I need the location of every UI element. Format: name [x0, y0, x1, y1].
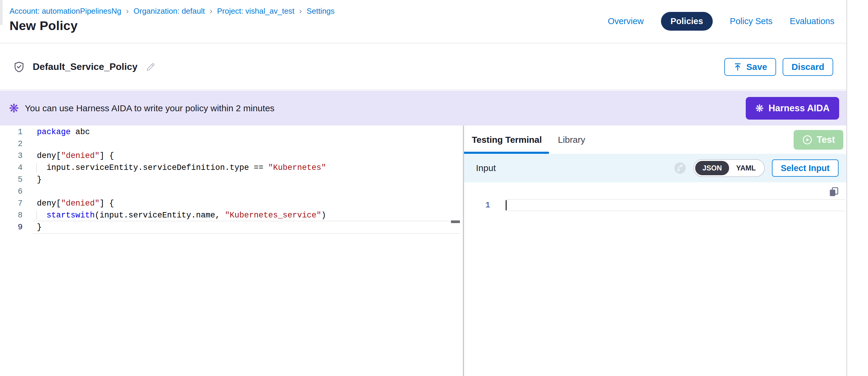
test-button[interactable]: Test [794, 130, 843, 150]
git-branch-icon [674, 162, 686, 174]
breadcrumb-separator-icon: › [299, 6, 302, 16]
breadcrumb-item[interactable]: Organization: default [133, 6, 205, 16]
upload-icon [733, 62, 742, 71]
breadcrumb-separator-icon: › [210, 6, 212, 16]
breadcrumb: Account: automationPipelinesNg›Organizat… [9, 6, 335, 16]
line-number: 4 [0, 162, 23, 174]
input-current-line-highlight [505, 199, 845, 211]
text-cursor [506, 200, 506, 210]
breadcrumb-item[interactable]: Account: automationPipelinesNg [9, 6, 121, 16]
policy-code-editor[interactable]: 1package abc23deny["denied"] {4 input.se… [0, 126, 463, 376]
edit-pencil-icon[interactable] [145, 62, 156, 72]
save-button-label: Save [746, 62, 767, 72]
aida-flower-icon: ❋ [9, 102, 19, 114]
shield-check-icon [13, 61, 25, 73]
page-title: New Policy [9, 19, 78, 33]
overview-ruler-cursor-mark [451, 220, 460, 223]
discard-button[interactable]: Discard [783, 58, 833, 76]
line-number: 7 [0, 197, 23, 210]
input-line-number: 1 [464, 199, 490, 211]
policy-name: Default_Service_Policy [33, 61, 137, 72]
policy-toolbar: Default_Service_Policy Save [0, 44, 846, 90]
code-text: package abc [37, 126, 90, 138]
tab-evaluations[interactable]: Evaluations [790, 17, 834, 26]
line-number: 6 [0, 186, 23, 197]
testing-terminal-panel: Testing Terminal Library Test Input [464, 126, 846, 376]
breadcrumb-separator-icon: › [126, 6, 129, 16]
save-button[interactable]: Save [724, 58, 776, 76]
discard-button-label: Discard [792, 62, 824, 72]
tab-policy-sets[interactable]: Policy Sets [730, 17, 773, 26]
policy-actions: Save Discard [724, 58, 833, 76]
workspace: 1package abc23deny["denied"] {4 input.se… [0, 126, 846, 376]
code-line[interactable]: 4 input.serviceEntity.serviceDefinition.… [0, 162, 463, 174]
tab-library[interactable]: Library [558, 135, 585, 145]
format-option-yaml[interactable]: YAML [729, 161, 763, 175]
select-input-button[interactable]: Select Input [772, 159, 839, 177]
code-line[interactable]: 5} [0, 174, 463, 186]
code-text: deny["denied"] { [37, 150, 114, 162]
input-editor[interactable]: 1 [464, 182, 846, 376]
line-number: 5 [0, 174, 23, 186]
copy-icon[interactable] [828, 186, 840, 198]
code-text: startswith(input.serviceEntity.name, "Ku… [37, 210, 326, 221]
code-text: input.serviceEntity.serviceDefinition.ty… [37, 162, 326, 174]
breadcrumb-item[interactable]: Project: vishal_av_test [217, 6, 294, 16]
format-toggle: JSONYAML [693, 159, 765, 177]
tab-testing-terminal[interactable]: Testing Terminal [472, 135, 542, 145]
input-header: Input JSONYAML Select Input [464, 154, 846, 182]
line-number: 1 [0, 126, 23, 138]
code-text: } [37, 174, 42, 186]
active-tab-underline [464, 152, 549, 154]
module-tabs: OverviewPoliciesPolicy SetsEvaluations [608, 11, 834, 32]
input-header-controls: JSONYAML Select Input [674, 159, 839, 177]
aida-button-label: Harness AIDA [768, 103, 830, 114]
page-header: Account: automationPipelinesNg›Organizat… [0, 0, 846, 43]
breadcrumb-item[interactable]: Settings [307, 6, 335, 16]
code-text: } [37, 221, 42, 233]
aida-banner-message: You can use Harness AIDA to write your p… [25, 103, 275, 113]
test-button-label: Test [817, 134, 835, 145]
aida-button-flower-icon: ❋ [755, 103, 764, 113]
code-line[interactable]: 6 [0, 186, 463, 197]
code-line[interactable]: 7deny["denied"] { [0, 197, 463, 210]
code-line[interactable]: 2 [0, 138, 463, 150]
line-number: 3 [0, 150, 23, 162]
terminal-tab-bar: Testing Terminal Library Test [464, 126, 846, 154]
line-number: 8 [0, 210, 23, 221]
play-icon [802, 134, 813, 145]
policy-identity: Default_Service_Policy [13, 61, 156, 73]
code-line[interactable]: 8 startswith(input.serviceEntity.name, "… [0, 210, 463, 221]
tab-overview[interactable]: Overview [608, 17, 644, 26]
line-number: 2 [0, 138, 23, 150]
tab-policies[interactable]: Policies [661, 12, 713, 31]
format-option-json[interactable]: JSON [695, 161, 729, 175]
input-label: Input [476, 163, 496, 173]
harness-aida-button[interactable]: ❋ Harness AIDA [746, 97, 839, 120]
code-line[interactable]: 3deny["denied"] { [0, 150, 463, 162]
line-number: 9 [0, 221, 23, 233]
code-line[interactable]: 9} [0, 221, 463, 233]
code-text: deny["denied"] { [37, 197, 114, 210]
left-edge-strip [0, 0, 3, 25]
aida-banner: ❋ You can use Harness AIDA to write your… [0, 91, 846, 126]
code-line[interactable]: 1package abc [0, 126, 463, 138]
app-window: Account: automationPipelinesNg›Organizat… [0, 0, 847, 376]
